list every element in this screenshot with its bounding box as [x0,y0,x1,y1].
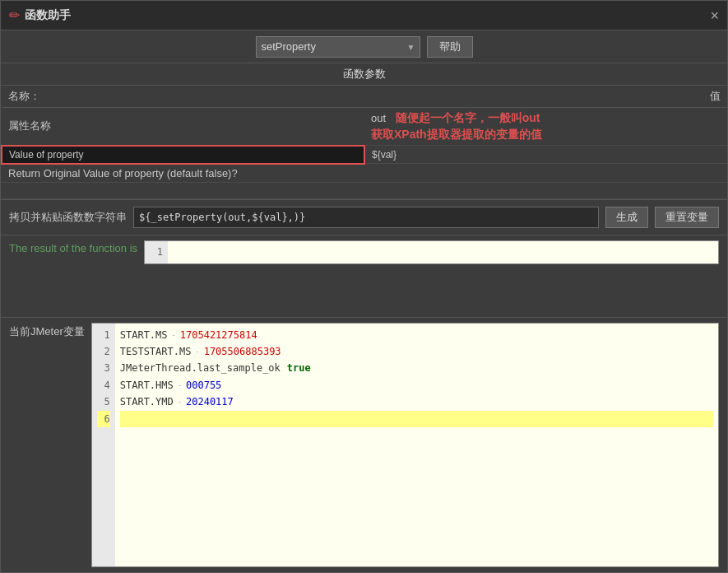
vars-line-numbers: 1 2 3 4 5 6 [92,324,115,566]
list-item [120,411,713,427]
result-section: The result of the function is 1 [1,235,727,318]
param-value-1: out 随便起一个名字，一般叫out 获取XPath提取器提取的变量的值 [364,108,727,146]
result-line-numbers: 1 [145,241,168,263]
var-line-num-5: 5 [97,394,110,410]
close-button[interactable]: × [710,8,719,23]
list-item: START.HMS - 000755 [120,377,713,394]
list-item: TESTSTART.MS - 1705506885393 [120,343,713,360]
var-value-3: true [287,360,311,376]
var-line-num-1: 1 [97,327,110,343]
table-row: Return Original Value of property (defau… [2,164,727,183]
params-header: 函数参数 [1,63,727,86]
reset-button[interactable]: 重置变量 [655,207,719,228]
result-code-area: 1 [144,240,719,264]
var-line-num-6: 6 [97,411,110,427]
spacer-row [2,182,727,198]
annotation-text: 随便起一个名字，一般叫out 获取XPath提取器提取的变量的值 [371,108,549,144]
col-name-header: 名称： [2,86,364,108]
param-name-2: Value of property [2,146,364,164]
param-value-2: ${val} [364,146,727,164]
list-item: JMeterThread.last_sample_ok true [120,360,713,376]
var-value-2: 1705506885393 [204,343,281,360]
var-name-2: TESTSTART.MS [120,343,192,360]
params-section: 函数参数 名称： 值 属性名称 out 随便起一个名字， [1,63,727,200]
line-num: 1 [150,245,163,260]
var-value-4: 000755 [186,377,221,394]
vars-content: START.MS - 1705421275814 TESTSTART.MS - … [115,324,718,566]
vars-label: 当前JMeter变量 [9,323,85,567]
list-item: START.MS - 1705421275814 [120,327,713,343]
var-name-5: START.YMD [120,394,174,410]
list-item: START.YMD - 20240117 [120,394,713,410]
param-name-1: 属性名称 [2,108,364,146]
var-line-num-4: 4 [97,377,110,394]
dialog: ✏ 函数助手 × setProperty 帮助 函数参数 名称： 值 [0,0,728,573]
formula-input[interactable] [133,207,599,228]
dialog-title: 函数助手 [25,8,71,23]
result-code-content [168,241,718,263]
var-name-3: JMeterThread.last_sample_ok [120,360,281,376]
vars-area: 1 2 3 4 5 6 START.MS - 1705421275814 TES… [91,323,719,567]
toolbar: setProperty 帮助 [1,30,727,63]
table-row: 属性名称 out 随便起一个名字，一般叫out 获取XPath提取器提取的变量的… [2,108,727,146]
main-content: 函数参数 名称： 值 属性名称 out 随便起一个名字， [1,63,727,572]
param-value-3 [364,164,727,183]
var-line-num-3: 3 [97,360,110,376]
generate-button[interactable]: 生成 [605,207,648,228]
param-name-3: Return Original Value of property (defau… [2,164,364,183]
var-name-4: START.HMS [120,377,174,394]
params-table: 名称： 值 属性名称 out 随便起一个名字，一般叫out 获取XPath提取器… [1,86,727,199]
col-value-header: 值 [364,86,727,108]
var-value-5: 20240117 [186,394,234,410]
result-label: The result of the function is [9,240,137,254]
var-name-1: START.MS [120,327,168,343]
function-select-wrap: setProperty [256,36,420,58]
formula-section: 拷贝并粘贴函数数字符串 生成 重置变量 [1,200,727,235]
var-line-num-2: 2 [97,343,110,360]
vars-wrapper: 当前JMeter变量 1 2 3 4 5 6 START.MS - 170542… [1,318,727,572]
function-select[interactable]: setProperty [256,36,420,58]
title-bar: ✏ 函数助手 × [1,1,727,30]
formula-label: 拷贝并粘贴函数数字符串 [9,210,127,225]
help-button[interactable]: 帮助 [427,36,473,58]
table-row: Value of property ${val} [2,146,727,164]
pencil-icon: ✏ [9,7,20,23]
var-value-1: 1705421275814 [180,327,257,343]
